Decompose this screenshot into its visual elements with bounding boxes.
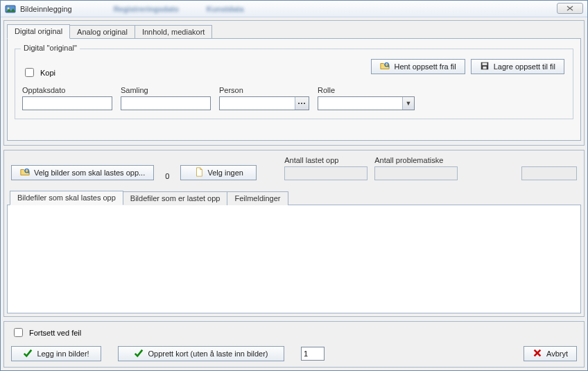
rolle-value: [318, 97, 402, 110]
fortsett-checkbox-input[interactable]: [14, 328, 23, 337]
person-label: Person: [219, 86, 309, 94]
bottom-panel: Fortsett ved feil Legg inn bilder! Oppre…: [3, 321, 585, 368]
tab-innhold-mediakort[interactable]: Innhold, mediakort: [135, 25, 213, 39]
main-tabs: Digital original Analog original Innhold…: [4, 21, 584, 38]
top-panel: Digital original Analog original Innhold…: [3, 20, 585, 146]
chevron-down-icon[interactable]: ▼: [402, 97, 414, 110]
selected-count: 0: [161, 172, 173, 180]
app-icon: [5, 3, 16, 15]
close-button[interactable]: [557, 3, 583, 14]
tab-feilmeldinger[interactable]: Feilmeldinger: [227, 191, 288, 205]
velg-bilder-button[interactable]: Velg bilder som skal lastes opp...: [11, 165, 154, 180]
kopi-label: Kopi: [40, 69, 55, 77]
avbryt-button[interactable]: Avbryt: [524, 346, 577, 361]
samling-label: Samling: [121, 86, 211, 94]
hent-oppsett-label: Hent oppsett fra fil: [394, 62, 456, 71]
count-input[interactable]: [301, 347, 325, 361]
kopi-checkbox-input[interactable]: [25, 68, 34, 77]
check-icon: [23, 348, 33, 359]
velg-ingen-label: Velg ingen: [208, 169, 243, 177]
svg-rect-4: [482, 63, 487, 66]
legg-inn-bilder-button[interactable]: Legg inn bilder!: [11, 346, 101, 361]
document-icon: [194, 167, 204, 178]
app-window: Bildeinnlegging Registreringsdato Kunstd…: [0, 0, 588, 371]
client-area: Digital original Analog original Innhold…: [1, 17, 587, 370]
tab-body-digital-original: Digital "original" Hent oppsett fra fil: [7, 38, 581, 141]
tab-bildefiler-er[interactable]: Bildefiler som er lastet opp: [123, 191, 228, 205]
fortsett-label: Fortsett ved feil: [29, 329, 81, 337]
open-file-icon: [380, 61, 390, 72]
browse-icon: [20, 167, 30, 178]
background-text: Registreringsdato Kunstdata: [114, 5, 244, 13]
tab-digital-original[interactable]: Digital original: [7, 24, 70, 39]
person-value: [220, 97, 295, 110]
rolle-dropdown[interactable]: ▼: [318, 96, 415, 110]
fortsett-checkbox[interactable]: Fortsett ved feil: [11, 326, 577, 339]
opptaksdato-label: Opptaksdato: [22, 86, 112, 94]
legg-inn-label: Legg inn bilder!: [37, 350, 89, 358]
opptaksdato-input[interactable]: [22, 96, 112, 110]
extra-readonly: [521, 166, 577, 180]
tab-bildefiler-skal[interactable]: Bildefiler som skal lastes opp: [10, 191, 123, 205]
ellipsis-icon[interactable]: ···: [295, 97, 309, 110]
rolle-label: Rolle: [318, 86, 415, 94]
file-tabs: Bildefiler som skal lastes opp Bildefile…: [7, 189, 581, 205]
opprett-kort-button[interactable]: Opprett kort (uten å laste inn bilder): [118, 346, 284, 361]
antall-lastet-label: Antall lastet opp: [284, 156, 368, 164]
hent-oppsett-button[interactable]: Hent oppsett fra fil: [371, 59, 465, 74]
velg-bilder-label: Velg bilder som skal lastes opp...: [34, 169, 145, 177]
window-title: Bildeinnlegging: [20, 5, 72, 13]
velg-ingen-button[interactable]: Velg ingen: [180, 165, 257, 180]
titlebar: Bildeinnlegging Registreringsdato Kunstd…: [1, 1, 587, 17]
person-picker[interactable]: ···: [219, 96, 309, 110]
file-list-area[interactable]: [7, 205, 581, 313]
svg-rect-5: [483, 67, 486, 69]
group-legend: Digital "original": [21, 44, 80, 52]
save-icon: [480, 61, 490, 72]
opprett-kort-label: Opprett kort (uten å laste inn bilder): [148, 350, 268, 358]
samling-input[interactable]: [121, 96, 211, 110]
cancel-icon: [533, 348, 542, 359]
antall-problem-value: [374, 166, 458, 180]
antall-problem-label: Antall problematiske: [374, 156, 458, 164]
lagre-oppsett-button[interactable]: Lagre oppsett til fil: [471, 59, 564, 74]
middle-panel: Velg bilder som skal lastes opp... 0 Vel…: [3, 150, 585, 317]
group-digital-original: Digital "original" Hent oppsett fra fil: [15, 49, 573, 119]
avbryt-label: Avbryt: [546, 350, 568, 358]
antall-lastet-value: [284, 166, 368, 180]
tab-analog-original[interactable]: Analog original: [69, 25, 135, 39]
check-icon: [134, 348, 144, 359]
lagre-oppsett-label: Lagre oppsett til fil: [494, 62, 555, 71]
